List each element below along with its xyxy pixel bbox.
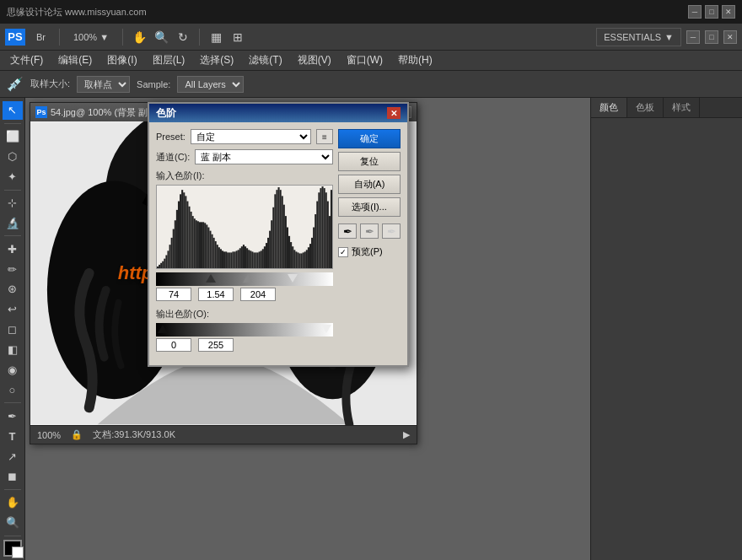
svg-rect-54 [229, 252, 230, 268]
white-eyedropper[interactable]: ✒ [382, 223, 401, 239]
midpoint-input[interactable] [198, 288, 234, 301]
options-button[interactable]: 选项(I)... [338, 197, 401, 217]
rotate-icon[interactable]: ↻ [175, 29, 191, 46]
app-maximize[interactable]: □ [705, 30, 718, 44]
shape-tool[interactable]: ◼ [3, 467, 23, 486]
tab-color[interactable]: 颜色 [591, 98, 627, 117]
eraser-tool[interactable]: ◻ [3, 320, 23, 339]
background-color[interactable] [12, 547, 24, 558]
toolbar-separator-1 [59, 29, 60, 46]
tab-styles[interactable]: 样式 [664, 98, 700, 117]
svg-rect-62 [243, 245, 245, 268]
svg-rect-42 [207, 228, 209, 268]
svg-rect-28 [183, 192, 185, 268]
output-highlight-input[interactable] [198, 338, 234, 352]
reset-button[interactable]: 复位 [338, 152, 401, 171]
eyedropper-tool[interactable]: 🔬 [3, 213, 23, 232]
tab-swatches[interactable]: 色板 [627, 98, 664, 117]
pen-tool[interactable]: ✒ [3, 407, 23, 425]
svg-rect-66 [250, 250, 251, 268]
channel-select[interactable]: 蓝 副本 [195, 149, 333, 164]
tool-separator-2 [4, 190, 21, 191]
gray-eyedropper[interactable]: ✒ [360, 223, 379, 239]
marquee-tool[interactable]: ⬜ [3, 127, 23, 146]
crop-tool[interactable]: ⊹ [3, 193, 23, 212]
svg-rect-14 [159, 265, 160, 268]
stamp-tool[interactable]: ⊛ [3, 280, 23, 299]
svg-rect-41 [206, 224, 207, 268]
magic-wand-tool[interactable]: ✦ [3, 168, 23, 186]
menu-select[interactable]: 选择(S) [193, 51, 240, 70]
levels-close-button[interactable]: ✕ [387, 107, 401, 119]
dodge-tool[interactable]: ○ [3, 381, 23, 400]
menu-window[interactable]: 窗口(W) [340, 51, 390, 70]
preset-select[interactable]: 自定 [191, 129, 311, 144]
history-brush[interactable]: ↩ [3, 300, 23, 319]
sample-size-select[interactable]: 取样点 [77, 76, 130, 93]
svg-rect-105 [318, 192, 320, 268]
healing-tool[interactable]: ✚ [3, 240, 23, 258]
foreground-color[interactable] [3, 540, 22, 557]
menu-file[interactable]: 文件(F) [3, 51, 50, 70]
svg-rect-112 [331, 190, 332, 268]
brush-tool[interactable]: ✏ [3, 260, 23, 278]
svg-rect-97 [304, 251, 306, 268]
svg-rect-36 [197, 221, 199, 268]
zoom-tool-icon[interactable]: 🔍 [153, 29, 169, 46]
blur-tool[interactable]: ◉ [3, 361, 23, 380]
minimize-button[interactable]: ─ [688, 5, 702, 19]
svg-rect-48 [218, 247, 220, 268]
gradient-tool[interactable]: ◧ [3, 341, 23, 359]
channel-label: 通道(C): [156, 151, 190, 164]
output-shadow-input[interactable] [156, 338, 191, 352]
midpoint-slider[interactable] [243, 274, 253, 283]
tool-separator-5 [4, 489, 21, 490]
svg-rect-79 [272, 207, 274, 268]
svg-rect-85 [283, 205, 285, 268]
svg-rect-102 [313, 228, 315, 268]
shadow-input[interactable] [156, 288, 191, 301]
sample-select[interactable]: All Layers [177, 76, 244, 93]
app-close[interactable]: ✕ [723, 30, 737, 44]
menu-view[interactable]: 视图(V) [291, 51, 338, 70]
close-button[interactable]: ✕ [722, 5, 735, 19]
app-minimize[interactable]: ─ [686, 30, 700, 44]
preview-checkbox[interactable]: ✓ [338, 247, 348, 257]
menu-help[interactable]: 帮助(H) [391, 51, 439, 70]
auto-button[interactable]: 自动(A) [338, 175, 401, 194]
canvas-area: Ps 54.jpg@ 100% (背景 副本, 蓝 副本/8) * ─ □ ✕ … [25, 98, 590, 560]
zoom-tool[interactable]: 🔍 [3, 514, 23, 532]
menu-image[interactable]: 图像(I) [100, 51, 143, 70]
menu-layer[interactable]: 图层(L) [146, 51, 192, 70]
zoom-dropdown[interactable]: 100% ▼ [67, 28, 115, 46]
black-eyedropper[interactable]: ✒ [338, 223, 357, 239]
type-tool[interactable]: T [3, 427, 23, 445]
svg-rect-100 [309, 244, 311, 268]
levels-buttons-panel: 确定 复位 自动(A) 选项(I)... ✒ ✒ ✒ ✓ 预览(P) [338, 129, 401, 358]
menu-edit[interactable]: 编辑(E) [51, 51, 99, 70]
bridge-button[interactable]: Br [30, 28, 51, 46]
path-select[interactable]: ↗ [3, 447, 23, 466]
menu-filter[interactable]: 滤镜(T) [242, 51, 288, 70]
highlight-slider[interactable] [288, 274, 298, 283]
scroll-right-btn[interactable]: ▶ [403, 429, 410, 440]
hand-tool[interactable]: ✋ [3, 493, 23, 512]
highlight-input[interactable] [240, 288, 276, 301]
arrange-icon[interactable]: ⊞ [229, 29, 246, 46]
essentials-button[interactable]: ESSENTIALS ▼ [596, 28, 681, 46]
hand-tool-icon[interactable]: ✋ [131, 29, 148, 46]
svg-rect-22 [173, 229, 175, 268]
svg-rect-81 [276, 190, 277, 268]
move-tool[interactable]: ↖ [3, 101, 23, 120]
output-highlight-slider[interactable] [321, 325, 331, 333]
svg-rect-35 [196, 220, 197, 268]
shadow-slider[interactable] [206, 274, 216, 283]
lasso-tool[interactable]: ⬡ [3, 148, 23, 166]
eyedropper-icon[interactable]: 💉 [7, 76, 24, 93]
doc-file-size: 文档:391.3K/913.0K [93, 428, 175, 441]
ok-button[interactable]: 确定 [338, 129, 401, 148]
output-shadow-slider[interactable] [158, 325, 168, 333]
preset-menu-button[interactable]: ≡ [316, 129, 333, 144]
maximize-button[interactable]: □ [705, 5, 718, 19]
grid-icon[interactable]: ▦ [207, 29, 224, 46]
